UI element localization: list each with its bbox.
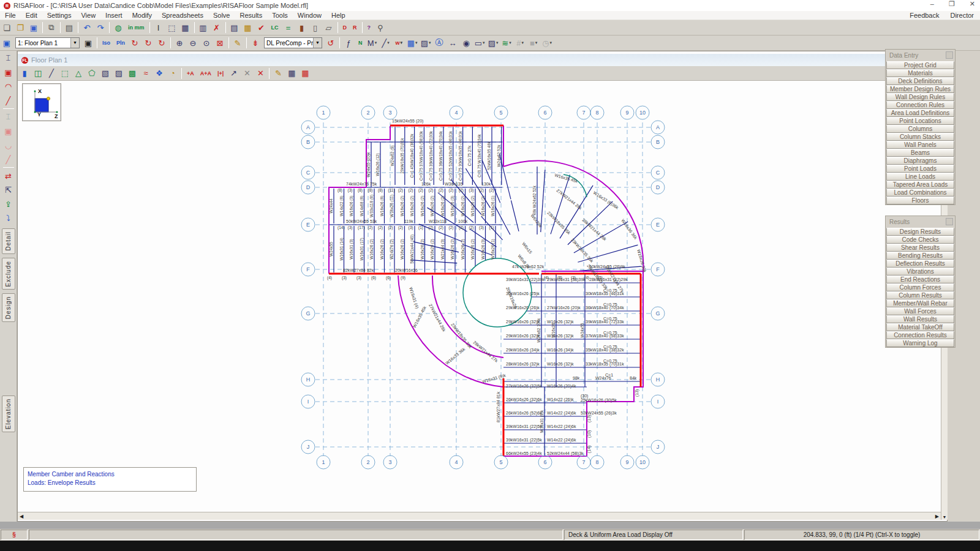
menu-insert[interactable]: Insert xyxy=(100,12,127,19)
w-display-caret-icon[interactable]: ▾ xyxy=(401,40,403,45)
panel-button-column-forces[interactable]: Column Forces xyxy=(886,283,954,291)
swap-tool-button[interactable]: ⇄ xyxy=(2,169,15,182)
plan-view-button[interactable]: Pln xyxy=(114,37,127,49)
clipboard-button[interactable]: ▯ xyxy=(309,21,322,34)
panel-button-wall-forces[interactable]: Wall Forces xyxy=(886,307,954,315)
panel-button-material-takeoff[interactable]: Material TakeOff xyxy=(886,323,954,331)
point-load-button[interactable]: ❖ xyxy=(153,67,165,80)
panel-button-warning-log[interactable]: Warning Log xyxy=(886,339,954,347)
view-combo[interactable]: 1: Floor Plan 1 ▼ xyxy=(15,37,80,48)
beam-line[interactable] xyxy=(462,244,492,255)
new-file-button[interactable]: ❏ xyxy=(1,21,13,34)
arc-red-button[interactable]: ◠ xyxy=(2,80,15,93)
hatch-display-button[interactable]: ▨▾ xyxy=(420,37,432,49)
move-tool-button[interactable]: ⇱ xyxy=(2,183,15,197)
spotlight-button[interactable]: ◉ xyxy=(460,37,472,49)
select-arrow-button[interactable]: ↗ xyxy=(227,67,239,80)
draw-column-button[interactable]: ▮ xyxy=(18,67,31,80)
panel-button-deflection-results[interactable]: Deflection Results xyxy=(886,260,954,268)
scroll-down-icon[interactable]: ▼ xyxy=(941,514,949,520)
help-book-button[interactable]: ? xyxy=(365,21,374,34)
apply-load-button[interactable]: ↺ xyxy=(325,37,337,49)
panel-button-load-combinations[interactable]: Load Combinations xyxy=(886,189,954,197)
solid-view-caret-icon[interactable]: ▾ xyxy=(535,40,538,45)
ruler-button[interactable]: ▭▾ xyxy=(473,37,486,49)
equals-button[interactable]: = xyxy=(282,21,295,34)
area-load-button[interactable]: ≈ xyxy=(140,67,152,80)
zoom-extents-button[interactable]: ⊠ xyxy=(214,37,226,49)
panel-button-beams[interactable]: Beams xyxy=(886,149,954,157)
draw-polygon-button[interactable]: ⬠ xyxy=(86,67,98,80)
mask-button[interactable]: ▨▾ xyxy=(487,37,499,49)
history-clock-caret-icon[interactable]: ▾ xyxy=(549,40,552,45)
shape-database-button[interactable]: Ι xyxy=(153,21,165,34)
panel-button-deck-definitions[interactable]: Deck Definitions xyxy=(886,77,954,85)
moment-m-caret-icon[interactable]: ▾ xyxy=(375,40,377,45)
panel-button-project-grid[interactable]: Project Grid xyxy=(886,61,954,69)
menu-modify[interactable]: Modify xyxy=(127,12,157,19)
rotate-tool-button[interactable]: ⤵ xyxy=(2,211,15,225)
results-r-button[interactable]: R xyxy=(350,21,360,34)
rotate-z-button[interactable]: ↻ xyxy=(156,37,168,49)
menu-edit[interactable]: Edit xyxy=(21,12,42,19)
annotate-a-button[interactable]: Ⓐ xyxy=(433,37,445,49)
panel-button-member-design-rules[interactable]: Member Design Rules xyxy=(886,85,954,93)
load-direction-button[interactable]: ⇟ xyxy=(249,37,262,49)
rotate-x-button[interactable]: ↻ xyxy=(129,37,141,49)
open-file-button[interactable]: ❐ xyxy=(14,21,26,34)
menu-solve[interactable]: Solve xyxy=(208,12,235,19)
dimension-button[interactable]: ↔ xyxy=(447,37,459,49)
panel-button-bending-results[interactable]: Bending Results xyxy=(886,252,954,260)
trim-member-button[interactable]: |+| xyxy=(215,67,226,80)
deck-two-way-button[interactable]: ▨ xyxy=(113,67,125,80)
side-button-elevation[interactable]: Elevation xyxy=(2,395,15,432)
redo-button[interactable]: ↷ xyxy=(94,21,107,34)
results-pin-icon[interactable] xyxy=(946,218,953,225)
deck-grid-button[interactable]: ▦ xyxy=(179,21,192,34)
column-tool-alt-button[interactable]: ⌶ xyxy=(2,110,15,124)
hatch-display-caret-icon[interactable]: ▾ xyxy=(429,40,431,45)
side-button-exclude[interactable]: Exclude xyxy=(2,258,15,290)
line-style-caret-icon[interactable]: ▾ xyxy=(387,40,390,45)
solve-check-button[interactable]: ✔ xyxy=(255,21,268,34)
panel-button-end-reactions[interactable]: End Reactions xyxy=(886,276,954,283)
menu-window[interactable]: Window xyxy=(293,12,326,19)
history-clock-button[interactable]: ◷▾ xyxy=(541,37,553,49)
table-yellow-button[interactable]: ▦ xyxy=(242,21,254,34)
beam-box-red-button[interactable]: ▣ xyxy=(2,66,15,79)
menu-spreadsheets[interactable]: Spreadsheets xyxy=(157,12,208,19)
copy-button[interactable]: ⧉ xyxy=(45,21,58,34)
draw-triangle-button[interactable]: △ xyxy=(72,67,85,80)
layers-caret-icon[interactable]: ▾ xyxy=(509,40,511,45)
child-window-titlebar[interactable]: FL Floor Plan 1 xyxy=(18,54,941,66)
point-grid-button[interactable]: ⬚ xyxy=(166,21,178,34)
data-entry-panel-title[interactable]: Data Entry xyxy=(886,50,955,61)
iso-view-button[interactable]: Iso xyxy=(100,37,113,49)
panel-button-wall-results[interactable]: Wall Results xyxy=(886,315,954,323)
panel-button-materials[interactable]: Materials xyxy=(886,69,954,77)
globe-button[interactable]: ◍ xyxy=(112,21,124,34)
maximize-button[interactable]: ❐ xyxy=(949,0,955,8)
import-tool-button[interactable]: ⇪ xyxy=(2,197,15,211)
solid-view-button[interactable]: ■▾ xyxy=(527,37,540,49)
moment-m-button[interactable]: M▾ xyxy=(366,37,379,49)
grid-table-button[interactable]: ▦ xyxy=(285,67,298,80)
render-chart-button[interactable]: ▦▾ xyxy=(406,37,418,49)
minimize-button[interactable]: – xyxy=(930,0,934,8)
grid-table-red-button[interactable]: ▦ xyxy=(299,67,311,80)
panel-button-point-locations[interactable]: Point Locations xyxy=(886,117,954,125)
window-select-icon[interactable]: ▣ xyxy=(1,37,13,49)
units-in-mm-button[interactable]: in mm xyxy=(126,21,147,34)
menu-feedback[interactable]: Feedback xyxy=(910,12,939,19)
menu-help[interactable]: Help xyxy=(326,12,350,19)
zoom-in-button[interactable]: ⊕ xyxy=(173,37,186,49)
spreadsheet-button[interactable]: ▥ xyxy=(197,21,209,34)
grid-toggle-caret-icon[interactable]: ▾ xyxy=(521,40,524,45)
mask-caret-icon[interactable]: ▾ xyxy=(496,40,499,45)
horizontal-scrollbar[interactable]: ◀ ▶ xyxy=(18,512,941,520)
delete-all-button[interactable]: ✕ xyxy=(254,67,266,80)
menu-director[interactable]: Director xyxy=(950,12,974,19)
draw-line-button[interactable]: ╱ xyxy=(45,67,58,80)
panel-button-line-loads[interactable]: Line Loads xyxy=(886,173,954,181)
view-combo-caret-icon[interactable]: ▼ xyxy=(70,38,79,48)
